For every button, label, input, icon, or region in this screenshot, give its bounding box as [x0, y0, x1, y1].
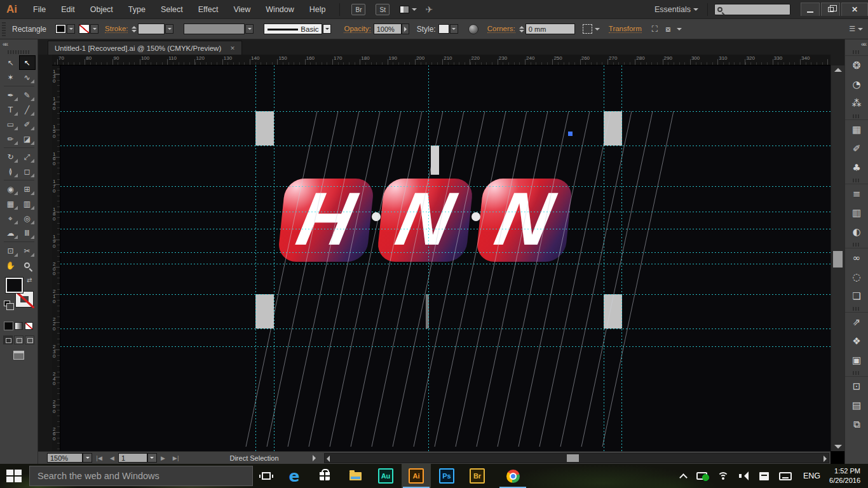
menu-object[interactable]: Object	[83, 3, 120, 17]
volume-icon[interactable]	[739, 471, 749, 480]
color-guide-panel-icon[interactable]: ◔	[845, 75, 868, 94]
pathfinder-panel-icon[interactable]: ⧉	[845, 415, 868, 434]
artboard-tool[interactable]: ⊡	[3, 243, 19, 258]
layers-panel-icon[interactable]: ❖	[845, 332, 868, 351]
default-fill-stroke-icon[interactable]	[4, 301, 10, 306]
next-artboard-button[interactable]: ▶	[161, 455, 165, 461]
perspective-grid-tool[interactable]: ⊞	[19, 182, 36, 196]
workspace-switcher[interactable]: Essentials	[652, 5, 701, 14]
cc-libraries-panel-icon[interactable]: ∞	[845, 248, 868, 268]
select-similar-icon[interactable]	[583, 24, 592, 34]
previous-artboard-button[interactable]: ◀	[110, 455, 114, 461]
rotate-tool[interactable]: ↻	[3, 149, 19, 164]
stroke-panel-icon[interactable]: ≡	[845, 184, 868, 203]
restore-button[interactable]	[821, 3, 840, 16]
taskbar-app-edge[interactable]: e	[280, 464, 309, 488]
stroke-weight-field[interactable]	[138, 24, 165, 34]
draw-behind-button[interactable]	[14, 336, 24, 344]
curvature-tool[interactable]: ✎	[19, 88, 36, 102]
transform-link[interactable]: Transform	[609, 25, 642, 33]
artboard-number-field[interactable]: 1	[118, 453, 147, 463]
corners-field[interactable]: 0 mm	[526, 24, 575, 34]
graphic-styles-panel-icon[interactable]: ❏	[845, 287, 868, 306]
width-tool[interactable]: ≬	[3, 164, 19, 179]
last-artboard-button[interactable]: ▶|	[173, 455, 179, 461]
symbols-panel-icon[interactable]: ♣	[845, 158, 868, 177]
color-panel-icon[interactable]: ❂	[845, 56, 868, 75]
first-artboard-button[interactable]: |◀	[96, 455, 102, 461]
panel-grip[interactable]	[853, 114, 860, 118]
selection-tool[interactable]: ↖	[3, 55, 19, 70]
horizontal-scrollbar[interactable]	[324, 453, 829, 463]
scale-tool[interactable]: ⤢	[19, 149, 36, 164]
recolor-artwork-icon[interactable]	[468, 24, 478, 34]
mesh-tool[interactable]: ▦	[3, 196, 19, 211]
pen-tool[interactable]: ✒	[3, 88, 19, 102]
horizontal-scroll-thumb[interactable]	[567, 454, 579, 462]
panel-grip[interactable]	[853, 243, 860, 247]
taskbar-app-store[interactable]	[310, 464, 339, 488]
opacity-panel-link[interactable]: Opacity:	[344, 25, 370, 33]
minimize-button[interactable]	[801, 3, 820, 16]
transform-panel-icon[interactable]: ⊡	[845, 377, 868, 396]
draw-normal-button[interactable]	[3, 336, 13, 344]
panel-grip[interactable]	[853, 179, 860, 182]
corners-link[interactable]: Corners:	[487, 25, 515, 33]
pencil-tool[interactable]: ✏	[3, 132, 19, 146]
control-panel-menu-icon[interactable]: ☰	[849, 25, 863, 33]
stroke-color-dropdown[interactable]	[90, 24, 98, 34]
draw-inside-button[interactable]	[25, 336, 34, 344]
action-center-icon[interactable]	[759, 472, 769, 480]
blend-tool[interactable]: ◎	[19, 211, 36, 226]
brush-definition-dropdown[interactable]	[323, 24, 331, 34]
panel-grip[interactable]	[853, 50, 860, 54]
select-similar-dropdown[interactable]	[595, 28, 600, 33]
wifi-icon[interactable]	[717, 472, 729, 480]
export-panel-icon[interactable]: ⇗	[845, 313, 868, 332]
artboards-panel-icon[interactable]: ▣	[845, 351, 868, 370]
align-panel-icon[interactable]: ▤	[845, 396, 868, 415]
panel-grip[interactable]	[2, 22, 6, 36]
adobe-stock-button[interactable]: St	[376, 4, 390, 15]
appearance-panel-icon[interactable]: ◌	[845, 268, 868, 287]
tray-chevron-up-icon[interactable]	[679, 473, 688, 482]
corners-stepper[interactable]	[519, 24, 524, 35]
panel-grip[interactable]	[853, 371, 860, 375]
column-graph-tool[interactable]: Ⅲ	[19, 226, 36, 240]
change-screen-mode-button[interactable]	[13, 351, 24, 360]
taskbar-search-input[interactable]: Search the web and Windows	[29, 466, 253, 486]
eyedropper-tool[interactable]: ⌖	[3, 211, 19, 226]
fill-color-dropdown[interactable]	[67, 24, 75, 34]
menu-window[interactable]: Window	[259, 3, 301, 17]
horizontal-ruler[interactable]: 7080901001101201301401501601701801902002…	[52, 55, 831, 65]
zoom-level-dropdown[interactable]	[83, 453, 92, 463]
arrange-documents-icon[interactable]	[400, 6, 417, 13]
expand-panels-icon[interactable]: ««	[845, 39, 868, 49]
document-tab[interactable]: Untitled-1 [Recovered].ai @ 150% (CMYK/P…	[48, 41, 242, 55]
scroll-left-icon[interactable]	[327, 456, 330, 462]
hand-tool[interactable]: ✋	[3, 258, 19, 273]
opacity-slider-arrow[interactable]	[402, 24, 409, 34]
collapse-tools-icon[interactable]: ««	[0, 39, 37, 49]
touch-keyboard-icon[interactable]	[779, 472, 792, 480]
scroll-down-icon[interactable]	[834, 445, 842, 449]
graphic-style-dropdown[interactable]	[450, 24, 458, 34]
transparency-panel-icon[interactable]: ◐	[845, 222, 868, 241]
direct-selection-tool[interactable]: ↖	[19, 55, 36, 70]
go-to-bridge-button[interactable]: Br	[351, 4, 365, 15]
vertical-scroll-thumb[interactable]	[833, 251, 843, 268]
swatches-panel-icon[interactable]: ▦	[845, 120, 868, 139]
gradient-button[interactable]	[15, 322, 23, 330]
close-button[interactable]: ✕	[841, 3, 868, 16]
tab-close-icon[interactable]: ✕	[230, 45, 235, 51]
menu-edit[interactable]: Edit	[54, 3, 82, 17]
color-themes-panel-icon[interactable]: ⁂	[845, 94, 868, 113]
graphic-style-swatch[interactable]	[438, 24, 449, 34]
type-tool[interactable]: T	[3, 102, 19, 117]
none-button[interactable]	[25, 322, 33, 330]
stroke-color-indicator[interactable]	[16, 292, 33, 307]
paintbrush-tool[interactable]: ✐	[19, 117, 36, 132]
slice-tool[interactable]: ✂	[19, 243, 36, 258]
fill-color-indicator[interactable]	[6, 278, 23, 293]
status-flyout-icon[interactable]	[313, 455, 319, 461]
